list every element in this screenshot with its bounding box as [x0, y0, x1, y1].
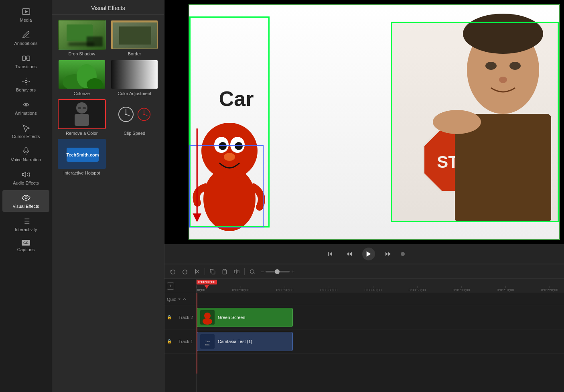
time-marker-50: 0:00:50;00: [409, 288, 426, 293]
effect-label-drop-shadow: Drop Shadow: [68, 51, 95, 56]
effect-thumb-interactive-hotspot: TechSmith.com: [58, 139, 106, 169]
effect-thumb-color-adjustment: [110, 59, 158, 89]
zoom-slider[interactable]: [266, 271, 290, 272]
effect-thumb-colorize: [58, 59, 106, 89]
time-marker-120: 0:01:20;00: [541, 288, 558, 293]
tracks-area: Green Screen Cam tasia: [197, 293, 564, 374]
sidebar-item-transitions[interactable]: Transitions: [2, 51, 49, 72]
track1-lock-button[interactable]: 🔒: [166, 338, 172, 345]
sidebar-label-interactivity: Interactivity: [15, 227, 37, 232]
play-button[interactable]: [362, 248, 375, 260]
effects-grid: Drop Shadow Border: [52, 15, 164, 180]
sidebar-item-annotations[interactable]: Annotations: [2, 27, 49, 49]
track2-lock-button[interactable]: 🔒: [166, 314, 172, 321]
clip-camtasia-test[interactable]: Cam tasia Camtasia Test (1): [197, 332, 293, 351]
svg-rect-23: [75, 114, 89, 126]
effect-thumb-remove-color: [58, 99, 106, 129]
sidebar-item-voice-narration[interactable]: Voice Narration: [2, 144, 49, 165]
preview-area: Car: [164, 0, 564, 392]
sidebar-item-media[interactable]: Media: [2, 4, 49, 26]
quiz-label-text: Quiz: [167, 297, 176, 302]
svg-rect-24: [78, 107, 81, 109]
step-back-button[interactable]: [343, 248, 356, 260]
svg-marker-63: [385, 252, 388, 256]
svg-marker-58: [330, 252, 332, 256]
svg-line-29: [126, 114, 130, 116]
elmo-character: [189, 111, 270, 239]
effect-label-colorize: Colorize: [74, 91, 90, 96]
track2-row: Green Screen: [197, 305, 564, 329]
effect-label-color-adjustment: Color Adjustment: [118, 91, 151, 96]
svg-point-43: [224, 153, 235, 161]
svg-rect-71: [224, 269, 226, 270]
redo-button[interactable]: [180, 266, 190, 277]
svg-point-50: [485, 62, 497, 70]
svg-marker-8: [22, 172, 25, 177]
timeline-body: + Quiz 🔒 Track 2 🔒: [164, 279, 564, 392]
svg-point-51: [509, 62, 521, 70]
track1-name: Track 1: [173, 339, 195, 344]
zoom-thumb: [275, 269, 280, 274]
zoom-minus-button[interactable]: −: [261, 268, 264, 275]
sidebar: Media Annotations Transitions Behaviors …: [0, 0, 52, 392]
svg-text:tasia: tasia: [205, 343, 210, 346]
copy-button[interactable]: [207, 266, 218, 277]
step-fwd-button[interactable]: [381, 248, 394, 260]
add-track-button[interactable]: +: [167, 282, 174, 290]
track-labels-header: +: [164, 279, 196, 293]
svg-rect-70: [212, 271, 215, 274]
clip-green-screen[interactable]: Green Screen: [197, 308, 293, 327]
cut-button[interactable]: [192, 266, 202, 277]
svg-line-76: [254, 272, 255, 274]
sidebar-item-interactivity[interactable]: Interactivity: [2, 213, 49, 235]
effect-colorize[interactable]: Colorize: [57, 59, 107, 96]
video-preview: Car: [164, 0, 564, 244]
sidebar-label-audio-effects: Audio Effects: [13, 181, 39, 185]
sidebar-item-animations[interactable]: Animations: [2, 97, 49, 119]
clip-camtasia-label: Camtasia Test (1): [218, 339, 252, 344]
svg-rect-2: [22, 56, 25, 61]
svg-rect-20: [111, 60, 158, 89]
playhead-line: [197, 293, 197, 374]
split-button[interactable]: [231, 266, 242, 277]
progress-dot: [401, 252, 405, 256]
quiz-track-row: [197, 293, 564, 305]
effect-drop-shadow[interactable]: Drop Shadow: [57, 20, 107, 56]
sidebar-item-behaviors[interactable]: Behaviors: [2, 74, 49, 95]
timeline-toolbar: − +: [164, 264, 564, 279]
effect-clip-speed[interactable]: Clip Speed: [110, 99, 160, 136]
undo-button[interactable]: [168, 266, 178, 277]
toolbar-separator-2: [244, 268, 245, 275]
sidebar-label-animations: Animations: [15, 111, 37, 116]
svg-line-33: [144, 114, 148, 116]
time-marker-110: 0:01:10;00: [497, 288, 514, 293]
sidebar-item-visual-effects[interactable]: Visual Effects: [2, 190, 49, 212]
svg-text:Cam: Cam: [205, 340, 210, 343]
sidebar-label-media: Media: [20, 18, 32, 22]
search-timeline-button[interactable]: [247, 266, 258, 277]
svg-rect-11: [67, 24, 93, 41]
sidebar-item-cursor-effects[interactable]: Cursor Effects: [2, 120, 49, 142]
svg-rect-12: [68, 43, 94, 46]
track1-row: Cam tasia Camtasia Test (1): [197, 329, 564, 353]
zoom-plus-button[interactable]: +: [291, 268, 294, 275]
time-marker-10: 0:00:10;00: [232, 288, 250, 293]
svg-point-38: [201, 123, 258, 179]
playhead-ruler: 0:00:00;00: [197, 279, 217, 293]
track2-label-row: 🔒 Track 2: [164, 305, 196, 329]
effect-border[interactable]: Border: [110, 20, 160, 56]
svg-rect-59: [328, 252, 329, 256]
timeline-content[interactable]: 0:00:00;00 0:00:10;00 0:00:20;00 0:00:30…: [197, 279, 564, 392]
svg-point-42: [235, 142, 243, 150]
clip-green-screen-label: Green Screen: [218, 315, 245, 320]
quiz-collapse-icon: [183, 297, 187, 301]
rewind-button[interactable]: [324, 248, 337, 260]
sidebar-item-captions[interactable]: CC Captions: [2, 237, 49, 255]
effect-interactive-hotspot[interactable]: TechSmith.com Interactive Hotspot: [57, 139, 107, 175]
effect-label-clip-speed: Clip Speed: [124, 131, 145, 136]
sidebar-item-audio-effects[interactable]: Audio Effects: [2, 167, 49, 189]
effect-color-adjustment[interactable]: Color Adjustment: [110, 59, 160, 96]
paste-button[interactable]: [219, 266, 230, 277]
playback-controls: [164, 244, 564, 264]
effect-remove-color[interactable]: Remove a Color: [57, 99, 107, 136]
